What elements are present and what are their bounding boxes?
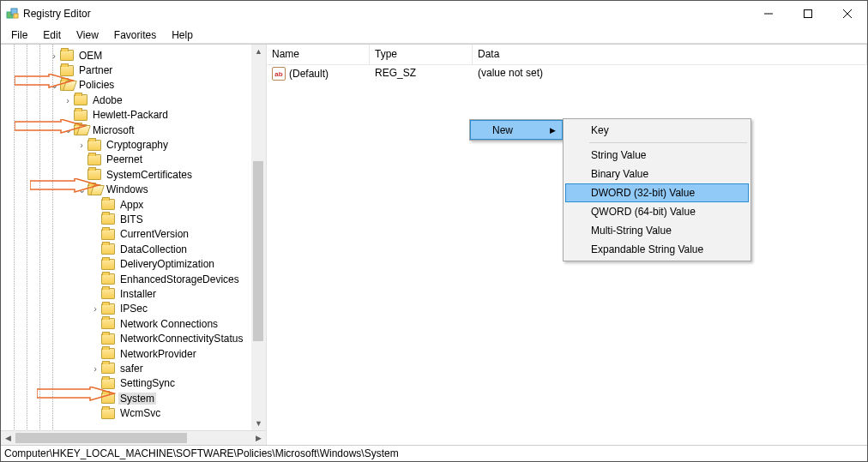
tree-item-label: Adobe bbox=[91, 94, 124, 106]
folder-icon bbox=[101, 348, 115, 359]
column-type[interactable]: Type bbox=[370, 45, 473, 64]
menu-edit[interactable]: Edit bbox=[36, 27, 68, 44]
expand-closed-icon[interactable]: › bbox=[90, 363, 100, 374]
tree-item-label: Hewlett-Packard bbox=[91, 109, 170, 121]
expand-closed-icon[interactable]: › bbox=[63, 95, 73, 105]
menu-view[interactable]: View bbox=[69, 27, 105, 44]
tree-horizontal-scrollbar[interactable]: ◀ ▶ bbox=[1, 430, 266, 445]
scroll-right-button[interactable]: ▶ bbox=[251, 431, 266, 445]
expand-open-icon[interactable]: ⌄ bbox=[76, 184, 87, 195]
status-bar: Computer\HKEY_LOCAL_MACHINE\SOFTWARE\Pol… bbox=[1, 445, 867, 462]
scroll-left-button[interactable]: ◀ bbox=[1, 431, 15, 445]
tree-item-label: BITS bbox=[118, 213, 145, 225]
scroll-thumb[interactable] bbox=[15, 433, 187, 443]
string-value-icon: ab bbox=[272, 67, 286, 81]
menu-bar: File Edit View Favorites Help bbox=[1, 27, 867, 44]
column-headers: Name Type Data bbox=[267, 45, 867, 65]
folder-icon bbox=[101, 318, 115, 329]
tree-item[interactable]: System bbox=[1, 391, 266, 405]
tree-item-label: NetworkConnectivityStatus bbox=[118, 333, 244, 345]
context-menu-new[interactable]: New ▶ bbox=[470, 120, 563, 140]
tree-item[interactable]: ›Adobe bbox=[1, 93, 266, 107]
title-bar: Registry Editor bbox=[1, 1, 867, 27]
tree-item[interactable]: ›IPSec bbox=[1, 302, 266, 316]
tree-item[interactable]: SystemCertificates bbox=[1, 167, 266, 182]
context-menu[interactable]: New ▶ bbox=[469, 119, 564, 141]
tree-item[interactable]: ›OEM bbox=[1, 48, 266, 63]
maximize-button[interactable] bbox=[788, 1, 828, 27]
tree-item-label: DataCollection bbox=[118, 243, 189, 255]
tree-item[interactable]: NetworkConnectivityStatus bbox=[1, 331, 266, 345]
submenu-item[interactable]: QWORD (64-bit) Value bbox=[565, 202, 749, 221]
tree-item[interactable]: Peernet bbox=[1, 153, 266, 167]
tree-item[interactable]: Hewlett-Packard bbox=[1, 108, 266, 123]
tree-item[interactable]: NetworkProvider bbox=[1, 346, 266, 361]
tree-item[interactable]: DataCollection bbox=[1, 242, 266, 256]
tree-item-label: OEM bbox=[77, 50, 104, 62]
tree-item[interactable]: BITS bbox=[1, 212, 266, 226]
tree-item[interactable]: WcmSvc bbox=[1, 405, 266, 420]
scroll-down-button[interactable]: ▼ bbox=[251, 417, 266, 430]
tree-item[interactable]: ⌄Windows bbox=[1, 183, 266, 197]
folder-icon bbox=[101, 393, 115, 404]
tree-item-label: SettingSync bbox=[118, 377, 177, 389]
submenu-item[interactable]: Multi-String Value bbox=[565, 221, 749, 240]
expand-open-icon[interactable]: ⌄ bbox=[63, 124, 73, 135]
folder-icon bbox=[101, 333, 115, 345]
tree-item[interactable]: DeliveryOptimization bbox=[1, 256, 266, 271]
folder-icon bbox=[101, 363, 115, 374]
tree-item-label: Partner bbox=[77, 64, 114, 76]
context-submenu[interactable]: KeyString ValueBinary ValueDWORD (32-bit… bbox=[563, 118, 751, 261]
tree-item-label: NetworkProvider bbox=[118, 348, 198, 360]
menu-file[interactable]: File bbox=[4, 27, 34, 44]
folder-open-icon bbox=[87, 184, 101, 195]
tree-item-label: SystemCertificates bbox=[105, 169, 194, 181]
tree-item-label: Installer bbox=[118, 288, 158, 300]
tree-item[interactable]: Appx bbox=[1, 197, 266, 212]
expand-open-icon[interactable]: ⌄ bbox=[49, 80, 59, 91]
folder-icon bbox=[101, 378, 115, 389]
tree-item[interactable]: ›Cryptography bbox=[1, 137, 266, 152]
folder-icon bbox=[101, 213, 115, 225]
tree-item[interactable]: ⌄Microsoft bbox=[1, 123, 266, 137]
tree-item-label: Network Connections bbox=[118, 318, 220, 330]
window-title: Registry Editor bbox=[23, 8, 91, 20]
tree-item[interactable]: Installer bbox=[1, 286, 266, 301]
folder-icon bbox=[60, 65, 74, 76]
folder-icon bbox=[101, 243, 115, 255]
value-row[interactable]: ab(Default)REG_SZ(value not set) bbox=[267, 65, 867, 82]
tree-item[interactable]: CurrentVersion bbox=[1, 227, 266, 242]
tree-item[interactable]: Network Connections bbox=[1, 316, 266, 331]
tree-item[interactable]: ⌄Policies bbox=[1, 78, 266, 93]
menu-help[interactable]: Help bbox=[165, 27, 200, 44]
expand-closed-icon[interactable]: › bbox=[49, 51, 59, 61]
scroll-up-button[interactable]: ▲ bbox=[251, 45, 266, 58]
column-data[interactable]: Data bbox=[473, 45, 867, 64]
tree-vertical-scrollbar[interactable]: ▲ ▼ bbox=[251, 45, 266, 430]
menu-favorites[interactable]: Favorites bbox=[107, 27, 163, 44]
expand-closed-icon[interactable]: › bbox=[90, 303, 100, 314]
folder-icon bbox=[101, 229, 115, 240]
tree-item[interactable]: EnhancedStorageDevices bbox=[1, 272, 266, 286]
expand-closed-icon[interactable]: › bbox=[76, 140, 87, 150]
tree-item-label: DeliveryOptimization bbox=[118, 258, 216, 270]
minimize-button[interactable] bbox=[749, 1, 788, 27]
folder-icon bbox=[87, 140, 101, 151]
submenu-item[interactable]: Binary Value bbox=[565, 165, 749, 183]
scroll-thumb[interactable] bbox=[253, 161, 263, 341]
submenu-item[interactable]: DWORD (32-bit) Value bbox=[565, 183, 749, 202]
close-button[interactable] bbox=[828, 1, 867, 27]
menu-separator bbox=[589, 142, 747, 143]
tree-panel: ›OEMPartner⌄Policies›AdobeHewlett-Packar… bbox=[1, 45, 267, 445]
tree-item-label: Policies bbox=[77, 79, 116, 91]
column-name[interactable]: Name bbox=[267, 45, 370, 64]
submenu-item[interactable]: String Value bbox=[565, 146, 749, 165]
tree-item-label: WcmSvc bbox=[118, 407, 162, 419]
submenu-item[interactable]: Expandable String Value bbox=[565, 240, 749, 259]
value-type: REG_SZ bbox=[370, 66, 473, 81]
submenu-item[interactable]: Key bbox=[565, 121, 749, 140]
tree-item[interactable]: Partner bbox=[1, 63, 266, 77]
tree-item[interactable]: ›safer bbox=[1, 361, 266, 375]
folder-open-icon bbox=[60, 80, 74, 91]
tree-item[interactable]: SettingSync bbox=[1, 376, 266, 391]
